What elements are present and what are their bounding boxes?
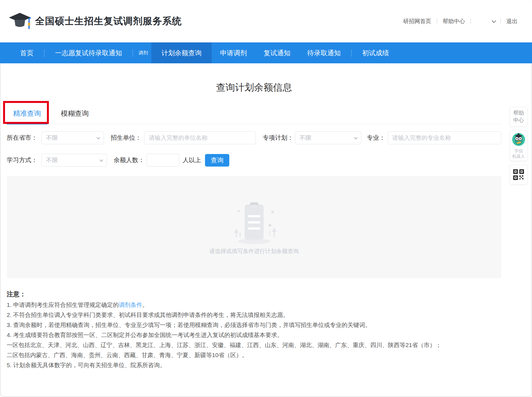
divider xyxy=(351,49,352,57)
qrcode-widget[interactable] xyxy=(510,165,528,184)
logout-link[interactable]: 退出 xyxy=(506,18,517,25)
active-tab-underline xyxy=(7,123,47,124)
tab-precise-query-label: 精准查询 xyxy=(13,109,41,118)
graduation-cap-logo-icon xyxy=(8,12,31,30)
special-plan-label: 专项计划： xyxy=(263,134,294,142)
app-title: 全国硕士生招生复试调剂服务系统 xyxy=(35,15,182,28)
nav-item-initial-exam-scores[interactable]: 初试成绩 xyxy=(354,49,397,57)
study-mode-label: 学习方式： xyxy=(7,156,37,164)
quota-label: 余额人数： xyxy=(114,156,144,164)
nav-item-first-choice-admission-notice[interactable]: 一志愿复试待录取通知 xyxy=(47,49,130,57)
tab-fuzzy-query-label: 模糊查询 xyxy=(61,109,89,118)
nav-item-home[interactable]: 首页 xyxy=(12,49,42,57)
note-line-4a: 一区包括北京、天津、河北、山西、辽宁、吉林、黑龙江、上海、江苏、浙江、安徽、福建… xyxy=(7,342,501,348)
main-nav: 首页 一志愿复试待录取通知 调剂 计划余额查询 申请调剂 复试通知 待录取通知 … xyxy=(0,42,532,63)
nav-item-apply-tiaoji[interactable]: 申请调剂 xyxy=(212,49,255,57)
note-line-5: 5. 计划余额无具体数字的，可向有关招生单位、院系所咨询。 xyxy=(7,362,501,368)
header-links: 研招网首页 帮助中心 退出 xyxy=(403,18,517,25)
note-line-2: 2. 不符合招生单位调入专业学科门类要求、初试科目要求或其他调剂申请条件的考生，… xyxy=(7,312,501,318)
help-widget-line1: 帮助 xyxy=(510,109,527,117)
note-line-3: 3. 查询余额时，若使用精确查询，招生单位、专业至少填写一项；若使用模糊查询，必… xyxy=(7,322,501,328)
note-line-1: 1. 申请调剂考生应符合招生管理规定确定的调剂条件。 xyxy=(7,302,501,308)
brand: 全国硕士生招生复试调剂服务系统 xyxy=(8,12,182,30)
divider xyxy=(133,49,133,57)
special-plan-select[interactable]: 不限 xyxy=(295,131,361,144)
header: 全国硕士生招生复试调剂服务系统 研招网首页 帮助中心 退出 xyxy=(0,0,532,42)
user-menu-dropdown[interactable] xyxy=(476,20,495,23)
nav-item-retest-notice[interactable]: 复试通知 xyxy=(255,49,299,57)
nav-item-pending-admission-notice[interactable]: 待录取通知 xyxy=(299,49,349,57)
robot-avatar-icon xyxy=(512,133,525,146)
tiaoji-conditions-link[interactable]: 调剂条件 xyxy=(119,302,142,308)
chevron-down-icon xyxy=(97,136,100,139)
yanzhao-home-link[interactable]: 研招网首页 xyxy=(403,18,431,25)
help-widget-line2: 中心 xyxy=(510,117,527,124)
quota-suffix: 人以上 xyxy=(183,156,201,164)
tab-precise-query[interactable]: 精准查询 xyxy=(7,103,47,124)
note-line-4: 4. 考生成绩要符合教育部按照一区、二区制定并公布参加全国统一考试考生进入复试的… xyxy=(7,332,501,338)
major-input[interactable] xyxy=(388,131,501,144)
form-row-1: 所在省市： 不限 招生单位： 专项计划： 不限 专业： xyxy=(7,131,501,144)
special-plan-select-value: 不限 xyxy=(300,134,311,142)
divider xyxy=(44,49,44,57)
empty-clipboard-illustration xyxy=(221,199,288,246)
main-content: 查询计划余额信息 精准查询 模糊查询 所在省市： 不限 招生单位： 专项计划： xyxy=(7,81,501,368)
province-label: 所在省市： xyxy=(7,134,37,142)
robot-widget-label: 学信 机器人 xyxy=(510,148,527,159)
note-line-4b: 二区包括内蒙古、广西、海南、贵州、云南、西藏、甘肃、青海、宁夏、新疆等10省（区… xyxy=(7,352,501,358)
page-title: 查询计划余额信息 xyxy=(7,81,501,94)
floating-widgets: 帮助 中心 学信 机器人 xyxy=(510,107,528,184)
search-button[interactable]: 查询 xyxy=(205,154,229,167)
nav-group-label-tiaoji: 调剂 xyxy=(135,50,151,56)
divider xyxy=(437,19,437,24)
chevron-down-icon xyxy=(100,158,103,162)
nav-item-plan-quota-query[interactable]: 计划余额查询 xyxy=(151,42,212,63)
chevron-down-icon xyxy=(354,136,357,139)
qrcode-icon xyxy=(513,169,524,181)
tab-fuzzy-query[interactable]: 模糊查询 xyxy=(60,103,90,124)
province-select[interactable]: 不限 xyxy=(41,131,104,144)
notes-section: 注意： 1. 申请调剂考生应符合招生管理规定确定的调剂条件。 2. 不符合招生单… xyxy=(7,290,501,368)
major-label: 专业： xyxy=(367,134,385,142)
unit-input[interactable] xyxy=(144,131,256,144)
help-center-link[interactable]: 帮助中心 xyxy=(443,18,465,25)
notes-title: 注意： xyxy=(7,290,501,299)
chatbot-widget[interactable]: 学信 机器人 xyxy=(510,130,528,161)
query-form: 所在省市： 不限 招生单位： 专项计划： 不限 专业： 学习方式： 不限 xyxy=(7,131,501,167)
quota-input[interactable] xyxy=(147,154,179,167)
help-center-widget[interactable]: 帮助 中心 xyxy=(510,107,528,126)
unit-label: 招生单位： xyxy=(111,134,141,142)
chevron-down-icon xyxy=(492,18,496,23)
empty-hint-text: 请选择或填写条件进行计划余额查询 xyxy=(209,247,299,255)
form-row-2: 学习方式： 不限 余额人数： 人以上 查询 xyxy=(7,154,501,167)
divider xyxy=(500,19,501,24)
divider xyxy=(471,19,471,24)
study-mode-select-value: 不限 xyxy=(46,156,58,164)
empty-result-panel: 请选择或填写条件进行计划余额查询 xyxy=(7,176,501,278)
province-select-value: 不限 xyxy=(46,134,58,142)
query-tabs: 精准查询 模糊查询 xyxy=(7,103,501,124)
page-root: 全国硕士生招生复试调剂服务系统 研招网首页 帮助中心 退出 首页 一志愿复试待录… xyxy=(0,0,532,397)
study-mode-select[interactable]: 不限 xyxy=(41,154,107,167)
